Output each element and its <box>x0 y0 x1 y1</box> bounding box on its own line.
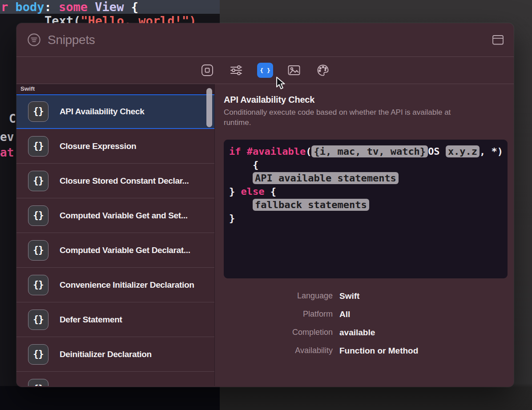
editor-bottom-area <box>0 386 220 410</box>
curly-braces-icon: {} <box>28 171 48 191</box>
snippet-row[interactable]: {}Closure Stored Constant Declar... <box>16 164 214 198</box>
metadata-label: Platform <box>224 310 333 319</box>
snippet-row[interactable]: {}Computed Variable Get Declarat... <box>16 233 214 268</box>
metadata-value: Function or Method <box>339 346 418 356</box>
editor-code-fragment: at <box>0 146 14 159</box>
curly-braces-icon: {} <box>28 379 48 386</box>
editor-code-fragment: C <box>9 112 16 125</box>
snippet-row[interactable]: {}Deinitializer Declaration <box>16 337 214 372</box>
modifiers-library-button[interactable] <box>228 63 244 78</box>
snippet-row-label: Defer Statement <box>60 315 122 325</box>
library-toolbar: { } <box>16 57 514 84</box>
curly-braces-icon: {} <box>28 275 48 295</box>
section-header-swift: Swift <box>16 84 214 94</box>
snippet-row[interactable]: {}API Availability Check <box>16 94 214 129</box>
curly-braces-icon: {} <box>28 101 48 122</box>
code-line: } else { <box>229 185 508 198</box>
snippet-row-label: Closure Expression <box>60 141 136 151</box>
snippet-row[interactable]: {}Computed Variable Get and Set... <box>16 198 214 233</box>
screen: r body: some View { Text("Hello, world!"… <box>0 0 532 410</box>
metadata-row: PlatformAll <box>224 305 508 323</box>
mouse-cursor <box>275 76 288 90</box>
metadata-value: Swift <box>339 291 359 301</box>
code-line: { <box>229 158 508 172</box>
panel-title: Snippets <box>48 33 95 47</box>
snippet-row-label: Computed Variable Get Declarat... <box>60 245 190 255</box>
snippets-library-button[interactable]: { } <box>257 63 273 78</box>
snippet-detail-pane: API Availability Check Conditionally exe… <box>215 84 514 386</box>
metadata-table: LanguageSwiftPlatformAllCompletionavaila… <box>224 287 508 360</box>
color-library-button[interactable] <box>315 63 331 78</box>
scrollbar-thumb[interactable] <box>206 88 212 127</box>
snippet-title: API Availability Check <box>224 95 508 105</box>
snippet-row-label: Convenience Initializer Declaration <box>60 280 194 290</box>
snippet-sidebar: Swift {}API Availability Check{}Closure … <box>16 84 215 386</box>
metadata-value: All <box>339 310 350 319</box>
code-line: } <box>229 212 508 225</box>
curly-braces-glyph: { } <box>260 68 270 73</box>
metadata-label: Completion <box>224 328 333 337</box>
keep-window-open-button[interactable] <box>492 34 504 45</box>
metadata-value: available <box>339 328 375 338</box>
metadata-label: Availability <box>224 346 333 355</box>
panel-header: Snippets <box>16 23 514 57</box>
code-line: API available statements <box>229 172 508 185</box>
panel-body: Swift {}API Availability Check{}Closure … <box>16 84 514 386</box>
curly-braces-icon: {} <box>28 205 48 226</box>
snippets-panel: Snippets <box>16 23 514 387</box>
editor-code-line-1: r body: some View { <box>0 0 220 14</box>
snippet-row-label: Computed Variable Get and Set... <box>60 211 188 221</box>
metadata-label: Language <box>224 291 333 301</box>
snippet-row-label: Closure Stored Constant Declar... <box>60 176 189 186</box>
snippet-row-label: API Availability Check <box>60 107 144 117</box>
snippet-row[interactable]: {}Closure Expression <box>16 129 214 164</box>
snippet-row[interactable]: {}Defer Statement <box>16 302 214 337</box>
curly-braces-icon: {} <box>28 240 48 261</box>
code-line: fallback statements <box>229 198 508 212</box>
snippet-row-label: Deinitializer Declaration <box>60 350 152 359</box>
curly-braces-icon: {} <box>28 310 48 330</box>
snippet-row[interactable]: {} <box>16 372 214 386</box>
snippet-row[interactable]: {}Convenience Initializer Declaration <box>16 268 214 302</box>
metadata-row: LanguageSwift <box>224 287 508 305</box>
code-line: if #available({i, mac, tv, watch}OS x.y.… <box>229 145 508 158</box>
metadata-row: Completionavailable <box>224 323 508 342</box>
code-preview: if #available({i, mac, tv, watch}OS x.y.… <box>224 140 508 278</box>
editor-code-fragment: ev <box>0 130 14 144</box>
filter-circle-icon <box>27 33 41 47</box>
views-library-button[interactable] <box>199 63 215 78</box>
snippet-description: Conditionally execute code based on whet… <box>224 107 474 128</box>
snippet-list: {}API Availability Check{}Closure Expres… <box>16 94 214 386</box>
metadata-row: AvailabilityFunction or Method <box>224 342 508 360</box>
curly-braces-icon: {} <box>28 136 48 157</box>
curly-braces-icon: {} <box>28 344 48 365</box>
media-library-button[interactable] <box>286 63 302 78</box>
